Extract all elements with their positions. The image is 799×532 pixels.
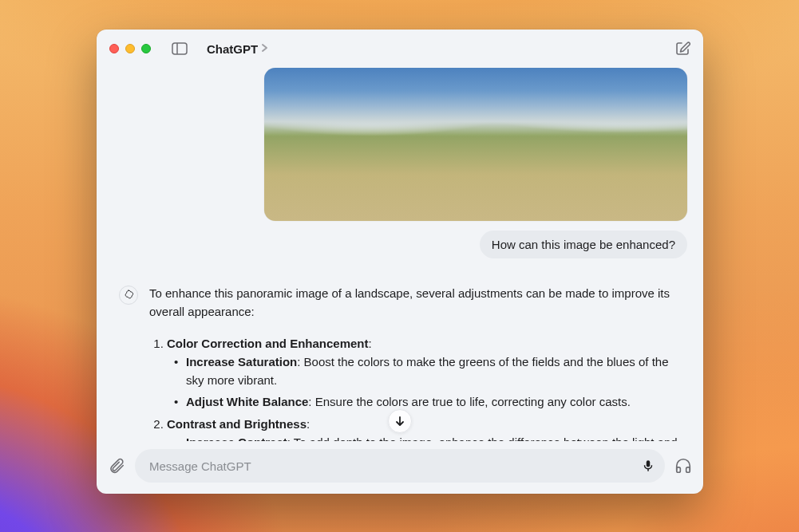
sidebar-toggle-button[interactable] xyxy=(172,42,188,55)
chat-area: How can this image be enhanced? To enhan… xyxy=(97,68,703,441)
list-item: Color Correction and Enhancement: Increa… xyxy=(167,334,687,412)
message-input[interactable] xyxy=(149,459,633,473)
user-attached-image[interactable] xyxy=(264,68,687,221)
chevron-right-icon xyxy=(261,41,268,56)
assistant-list: Color Correction and Enhancement: Increa… xyxy=(149,334,687,442)
message-input-container xyxy=(135,449,665,483)
title-dropdown[interactable]: ChatGPT xyxy=(207,41,268,56)
zoom-window-button[interactable] xyxy=(141,44,151,53)
attach-button[interactable] xyxy=(108,457,125,475)
list-item: Increase Saturation: Boost the colors to… xyxy=(186,353,687,390)
window-controls xyxy=(109,44,151,53)
composer xyxy=(97,441,703,494)
assistant-avatar-icon xyxy=(119,286,138,305)
list-item: Increase Contrast: To add depth to the i… xyxy=(186,433,687,441)
list-item: Contrast and Brightness: Increase Contra… xyxy=(167,415,687,442)
scroll-to-bottom-button[interactable] xyxy=(388,409,412,433)
assistant-body: To enhance this panoramic image of a lan… xyxy=(149,284,687,441)
user-text-bubble: How can this image be enhanced? xyxy=(480,231,687,258)
app-window: ChatGPT How can this image be enhanced? xyxy=(97,30,703,494)
compose-button[interactable] xyxy=(674,41,690,57)
mic-button[interactable] xyxy=(641,459,655,473)
headphones-button[interactable] xyxy=(674,457,692,475)
close-window-button[interactable] xyxy=(109,44,119,53)
app-title: ChatGPT xyxy=(207,42,258,56)
list-item: Adjust White Balance: Ensure the colors … xyxy=(186,392,687,411)
user-message: How can this image be enhanced? xyxy=(106,68,694,268)
svg-rect-0 xyxy=(172,43,187,54)
minimize-window-button[interactable] xyxy=(125,44,135,53)
titlebar: ChatGPT xyxy=(97,30,703,68)
assistant-intro: To enhance this panoramic image of a lan… xyxy=(149,284,687,321)
